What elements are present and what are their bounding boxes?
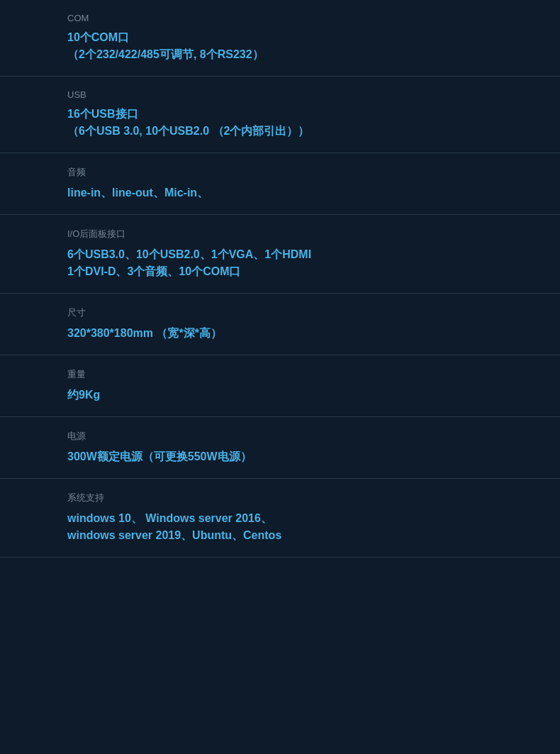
spec-item-com: COM10个COM口（2个232/422/485可调节, 8个RS232） — [0, 0, 560, 77]
spec-item-weight: 重量约9Kg — [0, 355, 560, 417]
spec-list: COM10个COM口（2个232/422/485可调节, 8个RS232）USB… — [0, 0, 560, 558]
spec-value-os: windows 10、 Windows server 2016、windows … — [67, 510, 493, 544]
spec-label-power: 电源 — [67, 430, 493, 443]
spec-label-com: COM — [67, 13, 493, 23]
spec-value-io: 6个USB3.0、10个USB2.0、1个VGA、1个HDMI1个DVI-D、3… — [67, 246, 493, 280]
spec-item-audio: 音频line-in、line-out、Mic-in、 — [0, 153, 560, 215]
spec-item-usb: USB16个USB接口（6个USB 3.0, 10个USB2.0 （2个内部引出… — [0, 77, 560, 153]
spec-value-size: 320*380*180mm （宽*深*高） — [67, 325, 493, 342]
spec-value-weight: 约9Kg — [67, 387, 493, 404]
spec-value-power: 300W额定电源（可更换550W电源） — [67, 448, 493, 465]
spec-value-audio: line-in、line-out、Mic-in、 — [67, 184, 493, 201]
spec-item-size: 尺寸320*380*180mm （宽*深*高） — [0, 294, 560, 355]
spec-label-os: 系统支持 — [67, 492, 493, 504]
spec-label-size: 尺寸 — [67, 306, 493, 319]
spec-label-usb: USB — [67, 89, 493, 100]
spec-label-weight: 重量 — [67, 368, 493, 381]
spec-value-usb: 16个USB接口（6个USB 3.0, 10个USB2.0 （2个内部引出）） — [67, 106, 493, 140]
spec-label-audio: 音频 — [67, 166, 493, 179]
spec-item-io: I/O后面板接口6个USB3.0、10个USB2.0、1个VGA、1个HDMI1… — [0, 215, 560, 294]
spec-label-io: I/O后面板接口 — [67, 228, 493, 240]
spec-value-com: 10个COM口（2个232/422/485可调节, 8个RS232） — [67, 29, 493, 63]
spec-item-power: 电源300W额定电源（可更换550W电源） — [0, 417, 560, 479]
spec-item-os: 系统支持windows 10、 Windows server 2016、wind… — [0, 479, 560, 558]
